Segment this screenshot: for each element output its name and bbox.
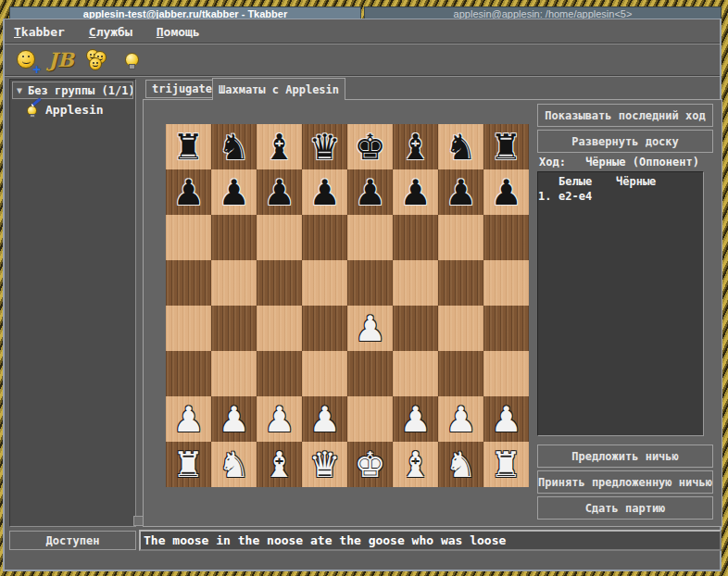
white-pawn-piece[interactable]: ♟	[354, 307, 385, 350]
white-knight-piece[interactable]: ♞	[218, 444, 249, 486]
square-a6[interactable]	[166, 215, 211, 260]
white-pawn-piece[interactable]: ♟	[263, 398, 295, 441]
square-e8[interactable]: ♚	[347, 124, 393, 169]
square-b7[interactable]: ♟	[211, 169, 257, 215]
white-pawn-piece[interactable]: ♟	[399, 398, 431, 441]
menu-help[interactable]: Помощь	[157, 25, 200, 39]
square-e2[interactable]	[347, 396, 393, 442]
add-contact-button[interactable]: +	[14, 47, 38, 71]
square-d3[interactable]	[302, 351, 347, 396]
square-e1[interactable]: ♚	[347, 442, 393, 487]
join-conference-button[interactable]	[84, 47, 108, 71]
square-a2[interactable]: ♟	[166, 396, 211, 442]
square-g1[interactable]: ♞	[438, 442, 483, 487]
square-b5[interactable]	[211, 260, 257, 306]
square-g3[interactable]	[438, 351, 483, 396]
square-e6[interactable]	[347, 215, 393, 260]
white-rook-piece[interactable]: ♜	[172, 444, 204, 486]
presence-status-button[interactable]: Доступен	[9, 531, 136, 550]
black-bishop-piece[interactable]: ♝	[263, 126, 295, 169]
square-c1[interactable]: ♝	[257, 442, 302, 487]
square-g5[interactable]	[438, 260, 483, 306]
square-d7[interactable]: ♟	[302, 169, 347, 215]
move-list[interactable]: Белые Чёрные 1. e2-e4	[537, 171, 704, 436]
square-g2[interactable]: ♟	[438, 396, 483, 442]
square-c6[interactable]	[257, 215, 302, 260]
roster-contact-applesin[interactable]: Applesin	[27, 102, 135, 117]
flip-board-button[interactable]: Развернуть доску	[537, 130, 713, 153]
square-d6[interactable]	[302, 215, 347, 260]
tab-trijugate[interactable]: trijugate	[145, 80, 219, 98]
square-f7[interactable]: ♟	[393, 169, 438, 215]
square-d1[interactable]: ♛	[302, 442, 347, 487]
square-f5[interactable]	[393, 260, 438, 306]
white-pawn-piece[interactable]: ♟	[308, 398, 340, 441]
square-h1[interactable]: ♜	[483, 442, 529, 487]
black-pawn-piece[interactable]: ♟	[172, 171, 204, 214]
black-pawn-piece[interactable]: ♟	[354, 171, 385, 214]
black-pawn-piece[interactable]: ♟	[399, 171, 431, 214]
square-e5[interactable]	[347, 260, 393, 306]
square-c7[interactable]: ♟	[257, 169, 302, 215]
square-c3[interactable]	[257, 351, 302, 396]
square-e3[interactable]	[347, 351, 393, 396]
white-king-piece[interactable]: ♚	[354, 444, 385, 486]
square-b4[interactable]	[211, 306, 257, 351]
square-c8[interactable]: ♝	[257, 124, 302, 169]
square-g7[interactable]: ♟	[438, 169, 483, 215]
white-bishop-piece[interactable]: ♝	[263, 444, 295, 486]
square-e7[interactable]: ♟	[347, 169, 393, 215]
square-a4[interactable]	[166, 306, 211, 351]
black-pawn-piece[interactable]: ♟	[308, 171, 340, 214]
square-b8[interactable]: ♞	[211, 124, 257, 169]
menu-tkabber[interactable]: Tkabber	[14, 25, 65, 39]
resign-button[interactable]: Сдать партию	[537, 496, 713, 520]
square-e4[interactable]: ♟	[347, 306, 393, 351]
tab-chess-applesin[interactable]: Шахматы с Applesin	[212, 78, 345, 100]
square-f8[interactable]: ♝	[393, 124, 438, 169]
square-f6[interactable]	[393, 215, 438, 260]
square-h4[interactable]	[483, 306, 529, 351]
black-bishop-piece[interactable]: ♝	[399, 126, 431, 169]
service-browser-button[interactable]: JB	[49, 47, 73, 71]
square-c5[interactable]	[257, 260, 302, 306]
accept-draw-button[interactable]: Принять предложенную ничью	[537, 470, 713, 494]
square-a5[interactable]	[166, 260, 211, 306]
black-queen-piece[interactable]: ♛	[308, 126, 340, 169]
move-row[interactable]: 1. e2-e4	[538, 189, 703, 204]
white-pawn-piece[interactable]: ♟	[218, 398, 249, 441]
square-a3[interactable]	[166, 351, 211, 396]
black-pawn-piece[interactable]: ♟	[490, 171, 521, 214]
black-pawn-piece[interactable]: ♟	[218, 171, 249, 214]
square-d5[interactable]	[302, 260, 347, 306]
black-king-piece[interactable]: ♚	[354, 126, 385, 169]
black-pawn-piece[interactable]: ♟	[445, 171, 476, 214]
white-rook-piece[interactable]: ♜	[490, 444, 521, 486]
square-h7[interactable]: ♟	[483, 169, 529, 215]
square-h2[interactable]: ♟	[483, 396, 529, 442]
white-knight-piece[interactable]: ♞	[445, 444, 476, 486]
square-f3[interactable]	[393, 351, 438, 396]
square-h6[interactable]	[483, 215, 529, 260]
black-rook-piece[interactable]: ♜	[490, 126, 521, 169]
roster-group[interactable]: ▼ Без группы (1/1)	[12, 81, 133, 99]
square-h8[interactable]: ♜	[483, 124, 529, 169]
square-c4[interactable]	[257, 306, 302, 351]
square-b3[interactable]	[211, 351, 257, 396]
black-knight-piece[interactable]: ♞	[445, 126, 476, 169]
square-f4[interactable]	[393, 306, 438, 351]
white-bishop-piece[interactable]: ♝	[399, 444, 431, 486]
square-h3[interactable]	[483, 351, 529, 396]
square-a8[interactable]: ♜	[166, 124, 211, 169]
black-rook-piece[interactable]: ♜	[172, 126, 204, 169]
square-a1[interactable]: ♜	[166, 442, 211, 487]
square-g8[interactable]: ♞	[438, 124, 483, 169]
square-b2[interactable]: ♟	[211, 396, 257, 442]
presence-button[interactable]	[119, 47, 144, 71]
square-d4[interactable]	[302, 306, 347, 351]
white-pawn-piece[interactable]: ♟	[490, 398, 521, 441]
square-b6[interactable]	[211, 215, 257, 260]
square-g6[interactable]	[438, 215, 483, 260]
black-pawn-piece[interactable]: ♟	[263, 171, 295, 214]
square-d8[interactable]: ♛	[302, 124, 347, 169]
